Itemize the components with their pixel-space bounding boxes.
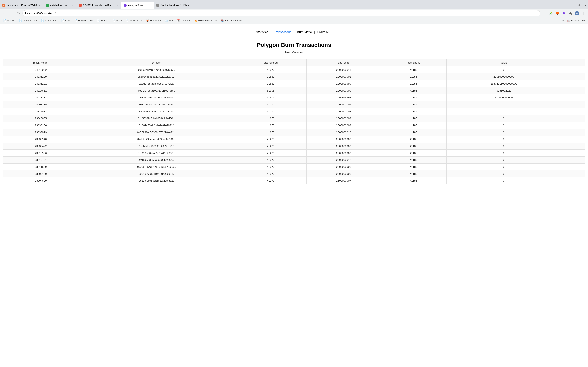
bookmark-item-3[interactable]: 📄Calls (60, 18, 72, 23)
new-tab-button[interactable]: + (577, 2, 582, 8)
reload-button[interactable]: ↻ (16, 10, 21, 16)
back-button[interactable]: ← (2, 10, 7, 16)
share-icon[interactable] (541, 10, 547, 16)
cell-value-10: 0 (446, 136, 561, 143)
nav-transactions[interactable]: Transactions (274, 30, 291, 34)
cell-block_height-7: 23840635 (3, 115, 78, 122)
tab-title-tab1: Submission | Road to Web3 (7, 4, 37, 7)
bookmark-item-12[interactable]: 📚matic-storybook (219, 18, 243, 23)
cell-gas_price-2: 1999999999 (306, 80, 381, 87)
cell-tx_hash-13: 0xe89c583655a0a30057ab00... (78, 157, 235, 164)
cell-tx_hash-16: 0x11af0c969ca6622f2d8fde23 (78, 177, 235, 184)
cell-gas_offered-1: 31582 (235, 73, 306, 80)
bookmark-item-0[interactable]: 📄Archive (2, 18, 17, 23)
polygon-icon[interactable]: P (561, 10, 567, 16)
cell-value-16: 0 (446, 177, 561, 184)
cell-gas_price-13: 2500000012 (306, 157, 381, 164)
cell-tx_hash-8: 0x881c56e90d4ede89629214 (78, 122, 235, 129)
bookmark-item-1[interactable]: 📄Good Articles (17, 18, 39, 23)
tab-close-tab3[interactable]: × (116, 4, 119, 7)
cell-gas_spent-7: 41185 (381, 115, 446, 122)
tab-tab5[interactable]: Contract Address 0x70bca57...× (154, 2, 199, 9)
tab-close-tab2[interactable]: × (71, 4, 74, 7)
nav-burn-matic[interactable]: Burn Matic (297, 30, 312, 34)
table-row: 240176110xd1f870bf319b310ef5037d8...6190… (3, 87, 585, 94)
reading-list-label: Reading List (571, 19, 585, 22)
cell-block_height-14: 23811559 (3, 164, 78, 170)
table-row: 238339400xcbb1490caaced995c86a000...4127… (3, 136, 585, 143)
bookmark-item-8[interactable]: 🦊MetaMask (144, 18, 163, 23)
tab-tab3[interactable]: 67 GWEI | Watch The Burn: EIP...× (76, 2, 121, 9)
bookmark-item-7[interactable]: 📄Wallet Sites (124, 18, 144, 23)
tab-tab1[interactable]: RSubmission | Road to Web3× (0, 2, 44, 9)
tab-title-tab3: 67 GWEI | Watch The Burn: EIP... (83, 4, 114, 7)
tab-close-tab4[interactable]: × (148, 4, 151, 7)
table-row: 238046990x11af0c969ca6622f2d8fde23412702… (3, 177, 585, 184)
bookmark-item-11[interactable]: 🔥Firebase console (193, 18, 218, 23)
cell-gas_price-12: 2500000008 (306, 150, 381, 157)
cell-value-2: 283749160000000000 (446, 80, 561, 87)
cell-block_height-2: 24336131 (3, 80, 78, 87)
bookmark-star-icon[interactable]: ☆ (54, 11, 57, 15)
tab-close-tab5[interactable]: × (193, 4, 196, 7)
cell-extra-9 (561, 129, 585, 136)
bookmark-item-2[interactable]: 📄Quick Links (39, 18, 59, 23)
cell-gas_offered-2: 31582 (235, 80, 306, 87)
cell-gas_spent-5: 41185 (381, 101, 446, 108)
bookmark-item-9[interactable]: ✉️Mail (163, 18, 175, 23)
reading-list-button[interactable]: 📖 Reading List (566, 18, 586, 23)
cell-value-1: 21050000000000 (446, 73, 561, 80)
cell-gas_offered-9: 41270 (235, 129, 306, 136)
bookmarks-overflow-button[interactable]: » (561, 18, 565, 23)
cell-gas_price-5: 2500000009 (306, 101, 381, 108)
cell-extra-5 (561, 101, 585, 108)
tab-tab2[interactable]: watch-the-burn× (44, 2, 76, 9)
col-header-gas_spent: gas_spent (381, 59, 446, 67)
bookmark-label-3: Calls (65, 19, 71, 22)
bookmarks-bar: 📄Archive📄Good Articles📄Quick Links📄Calls… (0, 17, 588, 24)
nav-statistics[interactable]: Statistics (256, 30, 268, 34)
address-bar[interactable]: localhost:8080/burn-txs ☆ (22, 10, 540, 16)
bookmark-icon-4: 📄 (74, 19, 77, 22)
metamask-icon[interactable]: 🦊 (554, 10, 560, 16)
bookmark-item-5[interactable]: 📄Figmas (95, 18, 110, 23)
extensions-icon[interactable]: 🧩 (548, 10, 554, 16)
cell-gas_spent-11: 41185 (381, 143, 446, 150)
tab-tab4[interactable]: Polygon Burn× (121, 2, 154, 9)
cell-block_height-16: 23804699 (3, 177, 78, 184)
nav-claim-nft[interactable]: Claim NFT (318, 30, 332, 34)
cell-value-5: 0 (446, 101, 561, 108)
table-row: 240073350x6375dee17f4918325cd47a9...4127… (3, 101, 585, 108)
bookmark-icon-8: 🦊 (146, 19, 149, 22)
table-row: 238725320xaab6954c46812248079cef9...4127… (3, 108, 585, 115)
table-row: 238115590x79c125b381aa23836571c8c...4127… (3, 164, 585, 170)
bookmark-item-6[interactable]: 📄Prsnl (111, 18, 123, 23)
page-title: Polygon Burn Transactions (0, 42, 588, 48)
cell-gas_spent-8: 41185 (381, 122, 446, 129)
bookmark-icon-2: 📄 (41, 19, 44, 22)
table-row: 238381660x881c56e90d4ede8962921441270250… (3, 122, 585, 129)
bookmark-icon-9: ✉️ (165, 19, 168, 22)
cell-tx_hash-6: 0xaab6954c46812248079cef9... (78, 108, 235, 115)
cell-gas_price-15: 2500000008 (306, 170, 381, 177)
tab-close-tab1[interactable]: × (38, 4, 41, 7)
cell-gas_price-0: 2500000011 (306, 67, 381, 73)
puzzle-icon[interactable]: 🔌 (568, 10, 573, 16)
avatar-icon[interactable]: A (574, 10, 580, 16)
bookmark-item-10[interactable]: 📅Calendar (175, 18, 192, 23)
tab-favicon-tab2 (46, 4, 49, 7)
cell-gas_spent-6: 41185 (381, 108, 446, 115)
tab-overflow-button[interactable] (582, 2, 588, 8)
cell-value-13: 0 (446, 157, 561, 164)
bookmark-label-9: Mail (169, 19, 173, 22)
cell-gas_spent-15: 41185 (381, 170, 446, 177)
cell-gas_offered-11: 41270 (235, 143, 306, 150)
menu-icon[interactable] (581, 10, 586, 16)
forward-button[interactable]: → (9, 10, 14, 16)
col-header-value: value (446, 59, 561, 67)
bookmark-label-7: Wallet Sites (130, 19, 142, 22)
bookmark-label-0: Archive (7, 19, 15, 22)
bookmark-label-10: Calendar (181, 19, 191, 22)
bookmark-item-4[interactable]: 📄Polygon Calls (73, 18, 95, 23)
cell-value-14: 0 (446, 164, 561, 170)
